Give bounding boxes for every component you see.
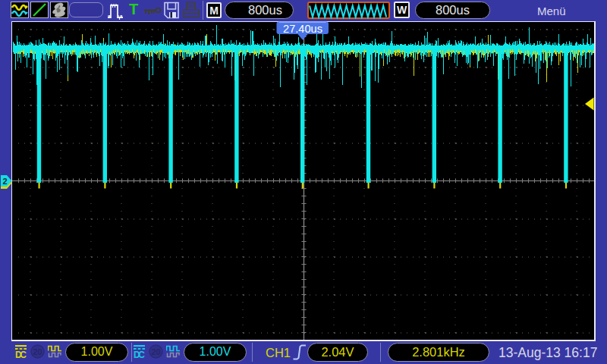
- svg-text:DC: DC: [15, 350, 27, 360]
- svg-text:20: 20: [33, 347, 42, 356]
- svg-text:2: 2: [2, 177, 7, 186]
- svg-text:20: 20: [151, 347, 160, 356]
- svg-text:27.40us: 27.40us: [283, 23, 322, 35]
- svg-text:DC: DC: [134, 350, 145, 360]
